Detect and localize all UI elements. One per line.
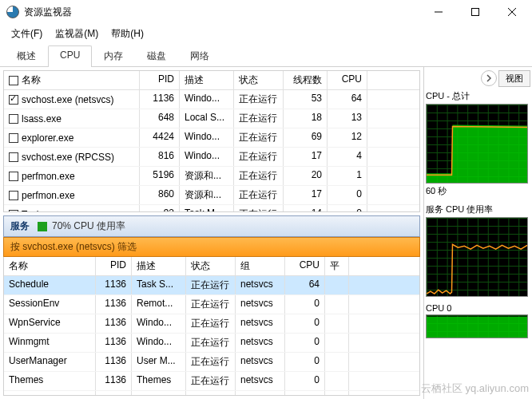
svc-pid: 1136 xyxy=(96,314,132,333)
proc-cpu: 0 xyxy=(328,205,367,211)
service-row[interactable]: Winmgmt1136Windo...正在运行netsvcs0 xyxy=(4,334,419,353)
proc-status: 正在运行 xyxy=(234,167,284,185)
proc-pid: 92 xyxy=(140,205,180,211)
window-title: 资源监视器 xyxy=(24,6,420,19)
proc-desc: Task M... xyxy=(180,205,234,211)
row-checkbox[interactable] xyxy=(9,114,18,124)
process-row[interactable]: svchost.exe (netsvcs)1136Windo...正在运行536… xyxy=(4,90,419,109)
row-checkbox[interactable] xyxy=(9,152,18,162)
proc-pid: 860 xyxy=(140,186,180,204)
svc-group: netsvcs xyxy=(236,391,285,395)
col-desc[interactable]: 描述 xyxy=(180,71,234,89)
row-checkbox[interactable] xyxy=(9,95,18,105)
proc-name: explorer.exe xyxy=(22,132,73,144)
service-row[interactable]: SessionEnv1136Remot...正在运行netsvcs0 xyxy=(4,295,419,314)
svc-group: netsvcs xyxy=(236,295,285,314)
proc-desc: 资源和... xyxy=(180,186,234,204)
view-buttons: 视图 xyxy=(426,70,530,87)
col-name[interactable]: 名称 xyxy=(4,71,140,89)
proc-desc: Local S... xyxy=(180,109,234,128)
service-row[interactable]: WpnService1136Windo...正在运行netsvcs0 xyxy=(4,314,419,334)
proc-pid: 4424 xyxy=(140,128,180,147)
proc-threads: 69 xyxy=(284,128,328,147)
graph2 xyxy=(426,217,528,297)
row-checkbox[interactable] xyxy=(9,172,18,181)
svc-desc: Task S... xyxy=(132,276,186,294)
process-row[interactable]: perfmon.exe860资源和...正在运行170 xyxy=(4,186,419,205)
svc-pid: 1136 xyxy=(96,372,132,390)
proc-status: 正在运行 xyxy=(234,90,284,109)
services-body[interactable]: Schedule1136Task S...正在运行netsvcs64Sessio… xyxy=(4,276,419,395)
scol-avg[interactable]: 平 xyxy=(325,257,349,275)
graph3-title: CPU 0 xyxy=(426,303,530,313)
svc-status: 正在运行 xyxy=(186,353,236,371)
minimize-button[interactable] xyxy=(420,0,457,24)
left-pane: 名称 PID 描述 状态 线程数 CPU svchost.exe (netsvc… xyxy=(0,67,424,399)
col-status[interactable]: 状态 xyxy=(234,71,284,89)
col-cpu[interactable]: CPU xyxy=(328,71,367,89)
svc-avg xyxy=(325,314,349,333)
processes-body[interactable]: svchost.exe (netsvcs)1136Windo...正在运行536… xyxy=(4,90,419,211)
scol-name[interactable]: 名称 xyxy=(4,257,96,275)
process-row[interactable]: explorer.exe4424Windo...正在运行6912 xyxy=(4,128,419,148)
tab-overview[interactable]: 概述 xyxy=(5,45,48,67)
process-row[interactable]: svchost.exe (RPCSS)816Windo...正在运行174 xyxy=(4,148,419,167)
proc-cpu: 4 xyxy=(328,148,367,166)
proc-cpu: 13 xyxy=(328,109,367,128)
checkbox-icon[interactable] xyxy=(9,76,18,85)
proc-threads: 20 xyxy=(284,167,328,185)
tab-network[interactable]: 网络 xyxy=(178,45,221,67)
scol-desc[interactable]: 描述 xyxy=(132,257,186,275)
scol-cpu[interactable]: CPU xyxy=(285,257,325,275)
services-section-header[interactable]: 服务 70% CPU 使用率 xyxy=(3,215,420,237)
filter-bar[interactable]: 按 svchost.exe (netsvcs) 筛选 xyxy=(3,237,420,257)
svc-avg xyxy=(325,391,349,395)
col-threads[interactable]: 线程数 xyxy=(284,71,328,89)
svc-name: Schedule xyxy=(4,276,96,294)
proc-pid: 648 xyxy=(140,109,180,128)
process-row[interactable]: Taskmgr.exe92Task M...正在运行140 xyxy=(4,205,419,211)
service-row[interactable]: UserManager1136User M...正在运行netsvcs0 xyxy=(4,353,419,372)
menu-help[interactable]: 帮助(H) xyxy=(106,26,149,42)
maximize-button[interactable] xyxy=(457,0,494,24)
scol-status[interactable]: 状态 xyxy=(186,257,236,275)
svc-name: Winmgmt xyxy=(4,334,96,352)
menu-monitor[interactable]: 监视器(M) xyxy=(50,26,103,42)
close-button[interactable] xyxy=(494,0,530,24)
graph-cpu0: CPU 0 xyxy=(426,303,530,338)
proc-status: 正在运行 xyxy=(234,186,284,204)
row-checkbox[interactable] xyxy=(9,210,18,212)
svc-desc: User M... xyxy=(132,353,186,371)
svc-desc: Themes xyxy=(132,372,186,390)
services-usage: 70% CPU 使用率 xyxy=(52,220,125,231)
proc-threads: 17 xyxy=(284,186,328,204)
svc-cpu: 0 xyxy=(285,372,325,390)
tab-cpu[interactable]: CPU xyxy=(48,45,92,67)
menu-file[interactable]: 文件(F) xyxy=(6,26,47,42)
view-button[interactable]: 视图 xyxy=(498,70,530,87)
tab-memory[interactable]: 内存 xyxy=(92,45,135,67)
row-checkbox[interactable] xyxy=(9,133,18,143)
service-row[interactable]: Themes1136Themes正在运行netsvcs0 xyxy=(4,372,419,391)
tab-disk[interactable]: 磁盘 xyxy=(135,45,178,67)
svc-group: netsvcs xyxy=(236,314,285,333)
service-row[interactable]: Schedule1136Task S...正在运行netsvcs64 xyxy=(4,276,419,295)
proc-name: svchost.exe (netsvcs) xyxy=(22,94,113,105)
scol-pid[interactable]: PID xyxy=(96,257,132,275)
process-row[interactable]: perfmon.exe5196资源和...正在运行201 xyxy=(4,167,419,186)
col-pid[interactable]: PID xyxy=(140,71,180,89)
row-checkbox[interactable] xyxy=(9,191,18,200)
svc-status: 正在运行 xyxy=(186,295,236,314)
processes-grid: 名称 PID 描述 状态 线程数 CPU svchost.exe (netsvc… xyxy=(3,70,420,212)
process-row[interactable]: lsass.exe648Local S...正在运行1813 xyxy=(4,109,419,128)
view-label: 视图 xyxy=(506,73,523,83)
proc-pid: 1136 xyxy=(140,90,180,109)
graph-services-cpu: 服务 CPU 使用率 xyxy=(426,203,530,297)
scol-group[interactable]: 组 xyxy=(236,257,285,275)
services-header-row: 名称 PID 描述 状态 组 CPU 平 xyxy=(4,257,419,276)
service-row[interactable]: ShellHWDetection1136Shell H...正在运行netsvc… xyxy=(4,391,419,395)
proc-name: svchost.exe (RPCSS) xyxy=(22,152,114,163)
svc-pid: 1136 xyxy=(96,391,132,395)
svg-rect-1 xyxy=(472,9,479,16)
collapse-button[interactable] xyxy=(481,70,497,86)
